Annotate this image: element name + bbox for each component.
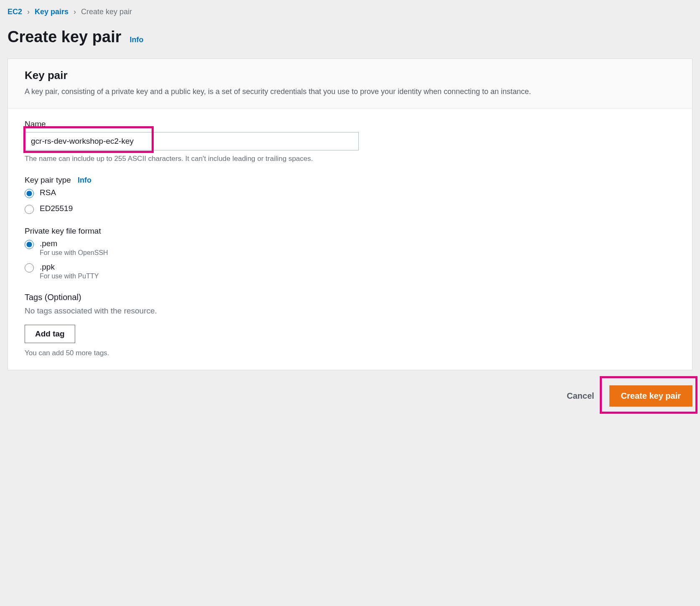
radio-rsa-input[interactable] [25,189,34,198]
create-keypair-button[interactable]: Create key pair [609,385,692,407]
panel-header: Key pair A key pair, consisting of a pri… [8,59,692,109]
breadcrumb-link-ec2[interactable]: EC2 [8,8,22,16]
info-link[interactable]: Info [130,36,144,44]
radio-pem-label: .pem [40,239,108,248]
page-title: Create key pair [8,28,122,46]
breadcrumb-current: Create key pair [81,8,132,16]
actions-row: Cancel Create key pair [8,383,692,409]
tags-empty-text: No tags associated with the resource. [25,306,675,316]
add-tag-button[interactable]: Add tag [25,325,75,343]
name-label: Name [25,120,675,129]
radio-ppk-sub: For use with PuTTY [40,272,99,280]
radio-ppk-label: .ppk [40,262,99,272]
radio-ppk[interactable]: .ppk For use with PuTTY [25,262,675,280]
cancel-button[interactable]: Cancel [563,385,599,407]
panel-heading: Key pair [25,69,675,82]
radio-pem[interactable]: .pem For use with OpenSSH [25,239,675,257]
keypair-type-label-text: Key pair type [25,176,71,185]
breadcrumb: EC2 › Key pairs › Create key pair [8,8,692,16]
radio-pem-sub: For use with OpenSSH [40,249,108,257]
file-format-label: Private key file format [25,227,675,236]
keypair-type-group: RSA ED25519 [25,188,675,214]
file-format-group: .pem For use with OpenSSH .ppk For use w… [25,239,675,280]
info-link-keypair-type[interactable]: Info [78,176,91,185]
radio-ed25519-label: ED25519 [40,204,73,213]
name-help-text: The name can include up to 255 ASCII cha… [25,155,675,163]
radio-rsa[interactable]: RSA [25,188,675,198]
chevron-right-icon: › [74,8,76,16]
keypair-type-label: Key pair type Info [25,176,675,185]
radio-ed25519[interactable]: ED25519 [25,204,675,214]
name-input[interactable] [25,132,359,150]
tags-help-text: You can add 50 more tags. [25,349,675,357]
radio-rsa-label: RSA [40,188,56,197]
tags-heading: Tags (Optional) [25,293,675,302]
breadcrumb-link-keypairs[interactable]: Key pairs [35,8,68,16]
radio-ed25519-input[interactable] [25,205,34,214]
radio-pem-input[interactable] [25,240,34,249]
panel-description: A key pair, consisting of a private key … [25,86,675,97]
form-panel: Key pair A key pair, consisting of a pri… [8,59,692,370]
chevron-right-icon: › [27,8,30,16]
radio-ppk-input[interactable] [25,263,34,272]
